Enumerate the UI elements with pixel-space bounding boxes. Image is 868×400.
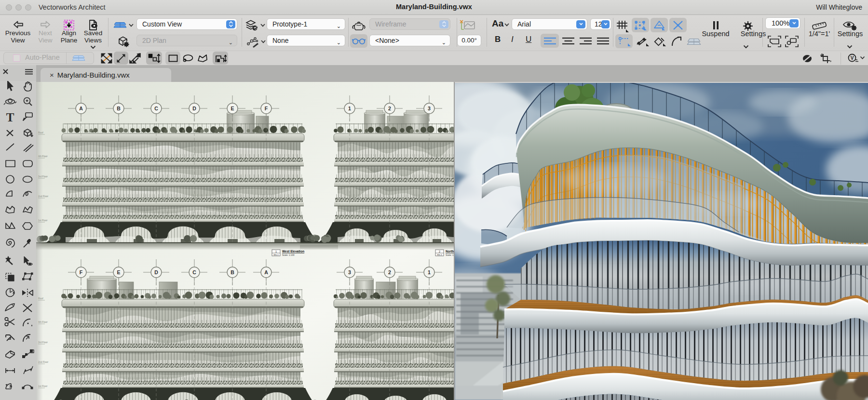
svg-text:North Elevatio: North Elevatio [446, 250, 454, 253]
svg-text:B: B [231, 269, 234, 275]
svg-text:T: T [6, 111, 14, 124]
svg-text:2: 2 [439, 250, 440, 253]
svg-text:1: 1 [275, 250, 277, 253]
svg-text:West Elevation: West Elevation [282, 250, 304, 253]
svg-text:3: 3 [348, 269, 351, 275]
svg-text:1: 1 [428, 269, 431, 275]
svg-text:D: D [192, 106, 196, 111]
svg-text:C: C [192, 269, 196, 275]
svg-text:Scale: 1:100: Scale: 1:100 [446, 254, 454, 256]
svg-text:2: 2 [388, 106, 391, 111]
svg-text:E: E [231, 106, 234, 111]
svg-text:Scale: 1:100: Scale: 1:100 [282, 254, 295, 256]
svg-text:A: A [264, 269, 268, 275]
svg-text:E: E [117, 269, 120, 275]
svg-text:Sht-1: Sht-1 [437, 253, 442, 256]
svg-text:Sht-1: Sht-1 [273, 253, 279, 256]
svg-text:F: F [80, 269, 83, 275]
svg-text:2: 2 [388, 269, 391, 275]
svg-text:V: V [851, 55, 854, 61]
svg-text:B: B [117, 106, 121, 111]
svg-text:C: C [154, 106, 158, 111]
svg-text:3: 3 [428, 106, 431, 111]
svg-text:D: D [154, 269, 158, 275]
svg-text:F: F [265, 106, 268, 111]
svg-text:A: A [79, 106, 83, 111]
svg-text:1: 1 [348, 106, 351, 111]
